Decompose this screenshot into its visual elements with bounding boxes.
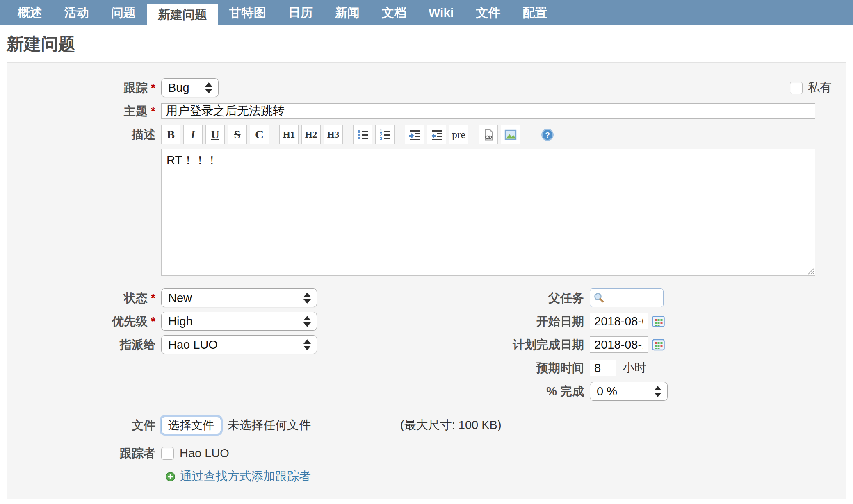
heading1-button[interactable]: H1 [279,125,299,144]
priority-select[interactable]: High [161,312,317,331]
code-button[interactable]: C [250,125,269,144]
insert-image-button[interactable] [501,125,520,144]
subject-row: 主题* [7,102,846,120]
private-zone: 私有 [790,79,832,96]
help-icon: ? [541,128,554,142]
underline-button[interactable]: U [205,125,225,144]
nav-tab-news[interactable]: 新闻 [324,0,371,25]
tracker-select[interactable]: Bug [161,78,219,97]
due-date-label: 计划完成日期 [422,335,590,354]
assignee-label: 指派给 [7,335,161,354]
watchers-row: 跟踪者 Hao LUO [7,444,846,463]
attributes-right-column: 父任务 开始日期 [422,284,846,405]
done-ratio-row: % 完成 0 % [422,382,846,401]
preformatted-button[interactable]: pre [449,125,468,144]
nav-tab-files[interactable]: 文件 [465,0,511,25]
help-button[interactable]: ? [538,125,557,144]
add-watcher-link[interactable]: 通过查找方式添加跟踪者 [180,468,311,485]
status-value: New [168,291,298,305]
status-label: 状态* [7,288,161,307]
estimated-time-unit: 小时 [623,360,646,376]
description-toolbar-row: 描述 B I U S C H1 H2 H3 1 2 [7,125,846,144]
italic-button[interactable]: I [183,125,203,144]
estimated-time-input[interactable] [590,360,616,376]
tracker-value: Bug [168,81,199,95]
priority-value: High [168,315,298,328]
assignee-row: 指派给 Hao LUO [7,335,422,354]
required-asterisk: * [151,104,155,118]
bold-button[interactable]: B [161,125,180,144]
subject-label: 主题* [7,102,161,120]
link-icon [482,129,495,141]
description-label-text: 描述 [132,128,155,141]
resize-grip-icon[interactable] [807,267,814,275]
due-date-calendar-icon[interactable] [652,338,665,351]
h3-glyph: H3 [327,129,339,140]
add-watcher-row: 通过查找方式添加跟踪者 [7,468,846,485]
priority-row: 优先级* High [7,312,422,331]
select-arrows-icon [205,82,212,93]
unquote-outdent-button[interactable] [427,125,446,144]
select-arrows-icon [303,316,311,327]
svg-text:3: 3 [380,136,382,141]
done-ratio-select[interactable]: 0 % [590,382,668,401]
ordered-list-icon: 1 2 3 [379,129,391,141]
private-checkbox[interactable] [790,82,803,94]
nav-tab-wiki[interactable]: Wiki [417,0,465,25]
files-label-text: 文件 [132,419,155,432]
description-wrap: RT！！！ [161,149,815,276]
nav-tab-issues[interactable]: 问题 [100,0,147,25]
assignee-value: Hao LUO [168,338,298,352]
heading2-button[interactable]: H2 [301,125,321,144]
estimated-time-label-text: 预期时间 [536,361,584,375]
required-asterisk: * [151,315,155,328]
start-date-calendar-icon[interactable] [652,315,665,328]
ordered-list-button[interactable]: 1 2 3 [375,125,395,144]
strikethrough-glyph: S [234,128,240,141]
status-label-text: 状态 [124,291,148,304]
description-row: RT！！！ [7,149,846,276]
new-issue-form: 跟踪* Bug 私有 主题* 描述 B I U S C H1 H2 [7,62,846,499]
attributes-split: 状态* New 优先级* High 指派给 [7,284,846,405]
start-date-input[interactable] [590,313,648,329]
due-date-input[interactable] [590,336,648,353]
no-file-selected-text: 未选择任何文件 [228,417,311,434]
project-menu: 概述 活动 问题 新建问题 甘特图 日历 新闻 文档 Wiki 文件 配置 [0,0,853,25]
watcher-name: Hao LUO [180,447,229,460]
unordered-list-icon [357,129,369,141]
tracker-label-text: 跟踪 [124,81,148,94]
tracker-label: 跟踪* [7,78,161,97]
file-size-hint: (最大尺寸: 100 KB) [400,417,502,434]
unordered-list-button[interactable] [353,125,372,144]
pre-glyph: pre [452,129,465,141]
private-label: 私有 [808,79,832,96]
h1-glyph: H1 [283,129,295,140]
heading3-button[interactable]: H3 [324,125,343,144]
nav-tab-new-issue[interactable]: 新建问题 [147,4,218,25]
h2-glyph: H2 [305,129,317,140]
strikethrough-button[interactable]: S [228,125,247,144]
nav-tab-gantt[interactable]: 甘特图 [218,0,277,25]
parent-task-input[interactable] [590,288,664,307]
choose-file-button[interactable]: 选择文件 [161,417,221,434]
blockquote-button[interactable] [405,125,424,144]
watchers-label: 跟踪者 [7,444,161,463]
description-textarea[interactable]: RT！！！ [161,149,815,276]
nav-tab-documents[interactable]: 文档 [371,0,417,25]
priority-label: 优先级* [7,312,161,331]
subject-label-text: 主题 [124,104,148,118]
blockquote-indent-icon [408,129,421,141]
subject-input[interactable] [161,103,815,119]
start-date-label: 开始日期 [422,312,590,331]
status-select[interactable]: New [161,288,317,307]
assignee-label-text: 指派给 [120,338,155,351]
nav-tab-overview[interactable]: 概述 [7,0,53,25]
assignee-select[interactable]: Hao LUO [161,335,317,354]
wiki-link-button[interactable] [479,125,498,144]
parent-task-row: 父任务 [422,288,846,307]
nav-tab-activity[interactable]: 活动 [53,0,100,25]
nav-tab-calendar[interactable]: 日历 [277,0,324,25]
watcher-checkbox[interactable] [161,447,174,460]
done-ratio-label-text: % 完成 [546,385,584,398]
nav-tab-settings[interactable]: 配置 [511,0,558,25]
